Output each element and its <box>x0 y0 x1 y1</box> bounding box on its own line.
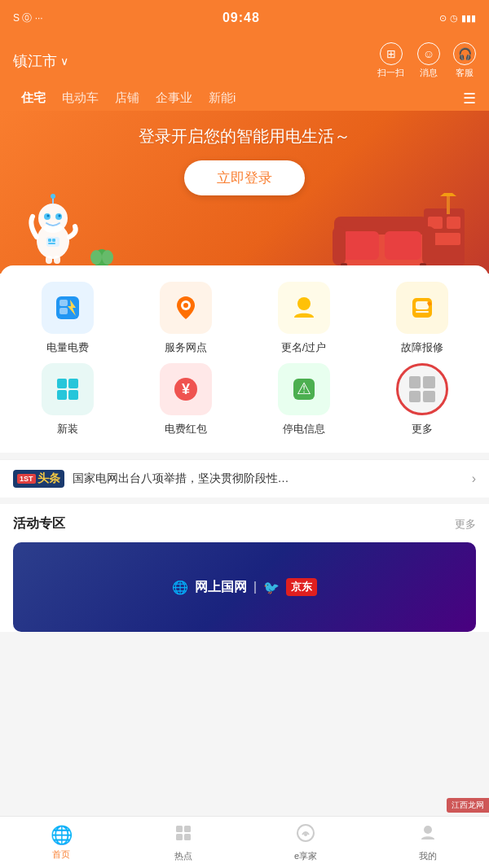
outage-icon: ⚠ <box>289 375 319 404</box>
nav-more-icon[interactable]: ☰ <box>463 90 476 107</box>
news-tag: 1ST 头条 <box>13 470 64 488</box>
ehome-tab-label: e享家 <box>294 850 317 862</box>
headset-icon: 🎧 <box>453 42 476 65</box>
hero-banner: 登录开启您的智能用电生活～ 立即登录 <box>0 111 489 274</box>
home-icon: 🌐 <box>51 825 73 846</box>
news-arrow-icon: › <box>472 471 476 486</box>
grid-item-repair[interactable]: 故障报修 <box>373 282 471 355</box>
rename-icon-wrap <box>278 282 330 334</box>
activity-network-text: 网上国网 <box>195 579 247 596</box>
more-grid-icon <box>409 376 435 402</box>
svg-rect-34 <box>59 300 68 306</box>
nav-tabs: 住宅 电动车 店铺 企事业 新能i ☰ <box>0 79 489 111</box>
grid-section: 电量电费 服务网点 更名/过户 <box>0 265 489 453</box>
status-bar: S ⓪ ··· 09:48 ⊙ ◷ ▮▮▮ <box>0 0 489 36</box>
status-signals: S ⓪ ··· <box>13 11 43 25</box>
svg-point-38 <box>297 297 311 310</box>
message-button[interactable]: ☺ 消息 <box>417 42 440 79</box>
svg-rect-52 <box>176 826 183 832</box>
tab-shop[interactable]: 店铺 <box>107 85 148 111</box>
profile-tab-label: 我的 <box>419 850 437 862</box>
repair-icon-wrap <box>396 282 448 334</box>
home-tab-label: 首页 <box>52 848 70 861</box>
tab-ehome[interactable]: e享家 <box>244 818 367 867</box>
svg-rect-20 <box>447 217 460 229</box>
hot-icon <box>174 823 193 848</box>
robot-illustration <box>24 192 82 265</box>
tab-enterprise[interactable]: 企事业 <box>148 85 200 111</box>
svg-rect-27 <box>385 231 421 260</box>
electricity-icon <box>53 293 82 322</box>
svg-text:⚠: ⚠ <box>297 379 311 397</box>
svg-rect-29 <box>422 226 435 265</box>
login-button[interactable]: 立即登录 <box>184 160 305 195</box>
service-button[interactable]: 🎧 客服 <box>453 42 476 79</box>
scan-button[interactable]: ⊞ 扫一扫 <box>377 42 404 79</box>
svg-text:¥: ¥ <box>181 381 189 397</box>
svg-marker-23 <box>440 193 456 196</box>
svg-point-57 <box>304 833 307 836</box>
svg-rect-45 <box>68 379 78 388</box>
install-icon-wrap <box>42 363 94 415</box>
grid-row-2: 新装 ¥ 电费红包 ⚠ 停电信息 <box>8 363 481 436</box>
svg-rect-54 <box>176 834 183 840</box>
location-icon: ⊙ <box>439 13 447 24</box>
svg-rect-13 <box>48 243 55 244</box>
rename-icon <box>289 293 319 322</box>
grid-row-1: 电量电费 服务网点 更名/过户 <box>8 282 481 355</box>
svg-rect-46 <box>57 390 67 400</box>
battery-icon: ▮▮▮ <box>461 13 476 24</box>
ehome-icon <box>296 823 315 848</box>
rename-label: 更名/过户 <box>281 340 327 355</box>
svg-rect-9 <box>54 256 60 264</box>
service-icon-wrap <box>160 282 212 334</box>
outage-label: 停电信息 <box>283 422 325 436</box>
clock-icon: ◷ <box>450 13 458 24</box>
tab-new-energy[interactable]: 新能i <box>200 85 244 111</box>
svg-point-17 <box>102 250 113 265</box>
svg-rect-44 <box>57 379 67 388</box>
service-label: 服务网点 <box>165 340 207 355</box>
grid-item-install[interactable]: 新装 <box>19 363 117 436</box>
electricity-label: 电量电费 <box>46 340 89 355</box>
svg-rect-53 <box>184 826 191 832</box>
svg-rect-43 <box>416 311 429 313</box>
svg-rect-47 <box>68 390 78 400</box>
grid-item-more[interactable]: 更多 <box>373 363 471 436</box>
tab-residential[interactable]: 住宅 <box>13 85 54 111</box>
grid-item-service[interactable]: 服务网点 <box>137 282 235 355</box>
coupon-icon: ¥ <box>171 375 200 404</box>
tab-home[interactable]: 🌐 首页 <box>0 820 122 866</box>
grid-item-coupon[interactable]: ¥ 电费红包 <box>137 363 235 436</box>
install-label: 新装 <box>57 422 78 436</box>
header-location[interactable]: 镇江市 ∨ <box>13 51 68 71</box>
tab-electric-car[interactable]: 电动车 <box>54 85 107 111</box>
grid-item-rename[interactable]: 更名/过户 <box>255 282 353 355</box>
svg-point-7 <box>51 194 55 199</box>
hot-tab-label: 热点 <box>174 850 192 862</box>
tab-hot[interactable]: 热点 <box>122 818 244 867</box>
scan-icon: ⊞ <box>380 42 403 65</box>
svg-rect-40 <box>416 301 429 309</box>
activity-more-button[interactable]: 更多 <box>455 517 476 532</box>
activity-banner-content: 🌐 网上国网 | 🐦 京东 <box>172 578 317 596</box>
news-banner[interactable]: 1ST 头条 国家电网出台八项举措，坚决贯彻阶段性… › <box>0 459 489 498</box>
more-ring <box>396 363 448 415</box>
grid-item-electricity[interactable]: 电量电费 <box>19 282 117 355</box>
install-icon <box>53 375 82 404</box>
tab-profile[interactable]: 我的 <box>367 818 489 867</box>
coupon-label: 电费红包 <box>165 422 207 436</box>
svg-point-37 <box>183 303 188 308</box>
repair-icon <box>408 293 437 322</box>
activity-banner[interactable]: 🌐 网上国网 | 🐦 京东 <box>13 542 476 632</box>
watermark: 江西龙网 <box>447 798 489 813</box>
bottom-tab-bar: 🌐 首页 热点 e享家 <box>0 816 489 868</box>
svg-rect-55 <box>184 834 191 840</box>
activity-title: 活动专区 <box>13 515 65 533</box>
status-time: 09:48 <box>222 11 260 25</box>
grid-item-outage[interactable]: ⚠ 停电信息 <box>255 363 353 436</box>
activity-header: 活动专区 更多 <box>13 515 476 533</box>
activity-divider: | <box>253 580 257 594</box>
svg-rect-8 <box>46 256 52 264</box>
svg-point-5 <box>59 215 61 217</box>
